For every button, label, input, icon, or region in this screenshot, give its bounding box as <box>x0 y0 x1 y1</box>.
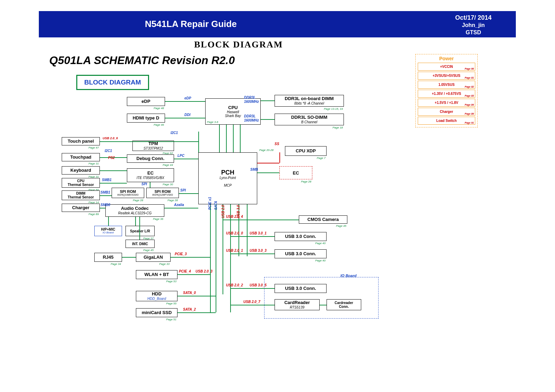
usb30-conn2-block: USB 3.0 Conn.Page 40 <box>275 249 327 258</box>
touchpanel-block: Touch panelPage 47 <box>62 137 100 145</box>
power-panel: Power +VCCINPage 66 +3VSUS/+5VSUSPage 81… <box>415 54 478 127</box>
usb30-conn1-block: USB 3.0 Conn.Page 40 <box>275 232 327 241</box>
ec-dashed-block: ECPage 28 <box>279 166 312 179</box>
bus-label-ddi: DDI <box>184 113 190 117</box>
bus-label-i2c1-1: I2C1 <box>171 131 178 135</box>
bus-label-1600mhz-2: 1600MHz <box>244 118 259 122</box>
bus-label-spi-1: SPI <box>141 182 147 186</box>
bus-label-smb1-2: SMB1 <box>101 190 110 194</box>
wire <box>100 183 127 184</box>
bus-label-pciex1: PCIE x1 <box>208 197 212 210</box>
bus-label-smb: SMB <box>250 168 258 171</box>
touchpad-block: TouchpadPage 31 <box>62 153 100 161</box>
wire <box>108 217 109 226</box>
wire <box>320 305 327 305</box>
wire <box>230 288 275 289</box>
bus-label-azalia: Azalia <box>174 203 184 207</box>
audio-codec-block: Audio CodecRealtek ALC3229-CGPage 36 <box>105 204 164 217</box>
bus-label-edp: eDP <box>184 96 191 100</box>
power-row: Load SwitchPage 91 <box>418 117 475 125</box>
gigalan-block: GigaLANPage 33 <box>136 253 171 262</box>
hdmi-block: HDMI type DPage 46 <box>127 114 165 123</box>
ddr-onboard-block: DDR3L on-board DIMM8bits *8 -A ChannelPa… <box>275 95 344 107</box>
bus-label-smb1-1: SMB1 <box>102 178 112 182</box>
edp-block: eDPPage 48 <box>127 97 165 106</box>
wire <box>165 101 205 102</box>
ec-block: ECITE IT8585VG/BXPage 30 <box>127 168 174 182</box>
cpu-thermal-block: CPU Thermal SensorPage 50 <box>62 178 100 188</box>
block-diagram-label: BLOCK DIAGRAM <box>76 75 149 90</box>
wire <box>230 253 275 254</box>
wire <box>100 208 105 208</box>
dimm-thermal-block: DIMM Thermal SensorPage 14 <box>62 190 100 200</box>
bus-label-usb201: USB 2.0_1 <box>226 249 243 252</box>
wire <box>174 159 198 159</box>
wire <box>177 274 210 275</box>
wire <box>179 193 198 194</box>
wire <box>139 217 140 240</box>
io-board-label: IO Board <box>340 274 356 278</box>
bus-label-usb303: USB 3.0_3 <box>250 249 267 252</box>
bus-label-pcie3: PCIE_3 <box>175 252 187 256</box>
cmos-camera-block: CMOS CameraPage 45 <box>299 215 347 224</box>
wire <box>257 163 279 163</box>
bus-label-usb206: USB 2.0_6 <box>103 136 118 140</box>
power-row: +1.35V / +0.675VSPage 83 <box>418 90 475 98</box>
header-meta: Oct/17/ 2014 John_jin GTSD <box>455 14 492 36</box>
doc-date: Oct/17/ 2014 <box>455 14 492 22</box>
minicard-ssd-block: miniCard SSDPage 51 <box>136 308 177 317</box>
wire <box>261 100 275 101</box>
bus-label-sata2: SATA_2 <box>183 308 196 311</box>
hdd-block: HDDHDD_BoardPage 55 <box>136 291 177 301</box>
wire <box>279 152 280 163</box>
wire <box>177 296 216 296</box>
bus-label-usb301: USB 3.0_1 <box>250 231 267 235</box>
keyboard-block: KeyboardPage 31 <box>62 166 100 175</box>
wire <box>261 119 275 120</box>
bus-label-spi-2: SPI <box>180 188 186 192</box>
bus-label-sata: SATA <box>214 201 218 210</box>
wire <box>150 182 150 188</box>
power-row: +3VSUS/+5VSUSPage 81 <box>418 72 475 80</box>
wlan-bt-block: WLAN + BTPage 53 <box>136 270 177 279</box>
wire <box>100 141 198 142</box>
power-row: +VCCINPage 66 <box>418 63 475 71</box>
bus-label-1600mhz-1: 1600MHz <box>244 100 259 104</box>
speaker-block: Speaker L/RPage 37 <box>125 226 155 236</box>
bus-label-ddr3l-2: DDR3L <box>244 114 255 118</box>
bus-label-ss: SS <box>275 142 279 146</box>
wire <box>240 125 241 152</box>
io-board-group <box>264 277 379 319</box>
wire <box>230 204 231 312</box>
int-dmic-block: INT. DMICPage 45 <box>125 240 155 248</box>
bus-label-usb204: USB 2.0_4 <box>226 215 243 219</box>
power-row: +1.5VS / +1.8VPage 84 <box>418 99 475 107</box>
wire <box>177 312 216 313</box>
tpm-block: TPMST33TPM12Page 62 <box>132 141 174 151</box>
bus-label-sata0: SATA_0 <box>183 291 196 295</box>
cardreader-block: CardReaderRTS5139 <box>275 299 320 310</box>
power-row: 1.05VSUSPage 82 <box>418 81 475 89</box>
wire <box>233 125 234 152</box>
bus-label-usb20v: USB 2.0 <box>221 205 225 218</box>
debug-conn-block: Debug Conn.Page 44 <box>127 154 174 163</box>
cardreader-conn-block: Cardreader Conn. <box>327 299 361 310</box>
bus-label-usb207: USB 2.0_7 <box>243 300 260 304</box>
wire <box>100 195 112 196</box>
wire <box>100 170 127 171</box>
wire <box>135 217 136 226</box>
pch-block: PCHLynx-Point MCPPage 20-28 <box>198 152 257 204</box>
bus-label-usb203: USB 2.0_3 <box>196 269 213 273</box>
cpu-xdp-block: CPU XDPPage 7 <box>285 146 327 156</box>
usb30-conn3-block: USB 3.0 Conn. <box>275 284 327 293</box>
power-row: ChargerPage 89 <box>418 108 475 116</box>
bus-label-smb0: SMB0 <box>101 203 110 207</box>
hp-mic-block: H/P+MICIO Board <box>94 226 122 236</box>
header-bar: N541LA Repair Guide Oct/17/ 2014 John_ji… <box>39 11 516 37</box>
wire <box>226 125 227 152</box>
ddr-sodimm-block: DDR3L SO-DIMMB ChannelPage 18 <box>275 114 344 125</box>
power-title: Power <box>417 56 476 61</box>
wire <box>230 236 275 237</box>
spirom2-block: SPI ROMW25Q128FVSIGPage 28 <box>146 188 179 198</box>
bus-label-lpc: LPC <box>177 154 184 158</box>
